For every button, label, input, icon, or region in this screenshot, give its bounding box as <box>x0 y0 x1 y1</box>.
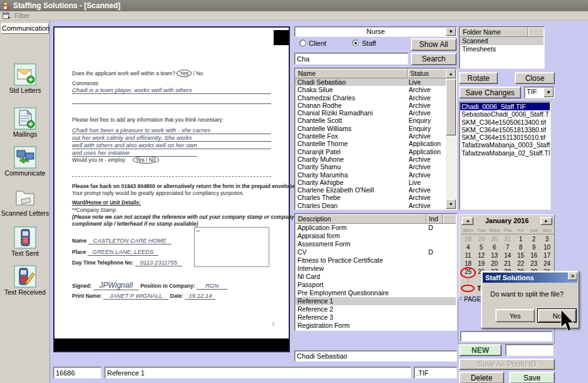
calendar-date[interactable]: 30 <box>488 235 501 243</box>
file-row[interactable]: TafadzwaMabanja_02_Staff.TIF <box>460 149 550 157</box>
chevron-down-icon[interactable]: ▼ <box>544 88 554 97</box>
calendar-date[interactable]: 19 <box>475 260 488 268</box>
menu-filter[interactable]: Filter <box>14 12 29 19</box>
calendar-date[interactable]: 17 <box>540 251 554 260</box>
close-button[interactable]: Close <box>515 72 555 84</box>
category-combobox[interactable]: Nurse ▼ <box>294 26 457 37</box>
sidebar-item-text-sent[interactable]: Text Sent <box>0 226 50 257</box>
staff-row[interactable]: Chaka Silue Archive <box>296 86 446 93</box>
search-input[interactable] <box>294 53 408 65</box>
selected-staff-field[interactable]: Chadi Sebastiao <box>294 350 457 362</box>
staff-radio[interactable] <box>352 39 359 46</box>
page-field[interactable] <box>460 331 552 342</box>
col-header-status[interactable]: Status <box>408 69 446 78</box>
sidebar-item-mailings[interactable]: Mailings <box>0 107 50 138</box>
col-header-ind[interactable]: Ind <box>426 214 443 224</box>
folder-list[interactable]: Folder Name Scanned Timesheets <box>459 26 545 69</box>
file-list[interactable]: Chadi_0006_Staff.TIF SebastiaoChadi_0006… <box>459 102 551 210</box>
show-all-button[interactable]: Show All <box>411 38 456 51</box>
calendar-date[interactable]: 31 <box>501 235 514 243</box>
calendar-date[interactable]: 1 <box>514 235 527 243</box>
description-list[interactable]: Description Ind Application Form D Appra… <box>294 213 457 331</box>
staff-row[interactable]: Chamedzai Charles Archive <box>296 94 446 102</box>
staff-row[interactable]: Chantelle Scott Enquiry <box>296 117 446 124</box>
page-number-field[interactable] <box>505 344 554 356</box>
folder-row[interactable]: Timesheets <box>460 45 544 53</box>
description-row[interactable]: Appraisal form <box>296 232 456 240</box>
save-changes-button[interactable]: Save Changes <box>459 87 521 98</box>
file-row[interactable]: Chadi_0006_Staff.TIF <box>460 103 550 110</box>
calendar-date[interactable]: 10 <box>540 243 554 251</box>
doc-type-field[interactable] <box>105 367 411 379</box>
record-id-field[interactable] <box>53 367 101 379</box>
file-row[interactable]: SKM_C364e15113015010.tif <box>460 134 550 141</box>
calendar-date[interactable]: 15 <box>514 251 527 260</box>
calendar-date[interactable]: 1 <box>462 276 475 284</box>
file-row[interactable]: TafadzwaMabanja_0003_Staff.TIF <box>460 141 550 149</box>
calendar-date[interactable]: 25 <box>462 268 475 276</box>
tab-communication[interactable]: Communication <box>1 23 49 34</box>
staff-row[interactable]: Chantelle Williams Enquiry <box>296 125 446 132</box>
calendar-date[interactable]: 12 <box>475 251 488 260</box>
description-row[interactable]: Fitness to Practice Certificate <box>296 256 456 265</box>
calendar-next-icon[interactable]: ► <box>540 217 552 225</box>
calendar-date[interactable]: 14 <box>501 251 514 260</box>
save-button[interactable]: Save <box>509 372 555 383</box>
description-row[interactable]: Passport <box>296 281 456 289</box>
staff-row[interactable]: Charity Muhone Archive <box>296 155 446 163</box>
staff-row[interactable]: Charity Marumha Archive <box>296 171 446 179</box>
calendar-date[interactable]: 29 <box>475 235 488 243</box>
file-row[interactable]: SebastiaoChadi_0006_Staff.TIF <box>460 110 550 118</box>
staff-row[interactable]: Charity Akhigbe Live <box>296 179 446 186</box>
chevron-down-icon[interactable]: ▼ <box>446 28 456 36</box>
description-row[interactable]: CV D <box>296 248 456 256</box>
staff-row[interactable]: Charlene Elizabeth O'Neill Archive <box>296 186 446 194</box>
col-header-name[interactable]: Name <box>296 69 408 78</box>
calendar-date[interactable]: 20 <box>488 260 501 268</box>
staff-row[interactable]: Chadi Sebastiao Live <box>296 78 446 86</box>
delete-button[interactable]: Delete <box>459 372 504 383</box>
calendar-date[interactable]: 23 <box>527 260 540 268</box>
sidebar-item-std-letters[interactable]: Std Letters <box>0 63 50 94</box>
col-header-description[interactable]: Description <box>296 214 426 224</box>
description-row[interactable]: Registration Form <box>296 322 456 330</box>
staff-row[interactable]: Charity Shamu Archive <box>296 163 446 171</box>
extension-field[interactable] <box>414 367 457 379</box>
calendar-date[interactable]: 22 <box>514 260 527 268</box>
staff-row[interactable]: Chanial Riziki Ramadhani Archive <box>296 109 446 117</box>
calendar-date[interactable]: 6 <box>488 243 501 251</box>
dialog-title-bar[interactable]: Staff Solutions <box>483 273 577 283</box>
staff-row[interactable]: Charles Dean Archive <box>296 202 446 209</box>
title-bar[interactable]: Staffing Solutions - [Scanned] <box>0 0 588 11</box>
file-row[interactable]: SKM_C364e15050613400.tif <box>460 118 550 126</box>
scanned-document-viewer[interactable]: Does the applicant work well within a te… <box>53 26 290 352</box>
sidebar-item-communicate[interactable]: Communicate <box>0 146 50 177</box>
description-row[interactable]: Pre Employment Questionnaire <box>296 289 456 297</box>
calendar-date[interactable]: 8 <box>514 243 527 251</box>
calendar-date[interactable]: 9 <box>527 243 540 251</box>
staff-row[interactable]: Charles Thebe Archive <box>296 194 446 201</box>
search-button[interactable]: Search <box>411 53 456 65</box>
description-row[interactable]: Reference 2 <box>296 305 456 313</box>
description-row[interactable]: Reference 1 <box>296 297 456 305</box>
file-row[interactable]: SKM_C364e15051813380.tif <box>460 126 550 134</box>
staff-list-scrollbar[interactable]: ▲ ▼ <box>446 69 456 209</box>
scroll-up-icon[interactable]: ▲ <box>446 69 456 78</box>
description-row[interactable]: Application Form D <box>296 224 456 232</box>
staff-row[interactable]: Chanan Rodhe Archive <box>296 102 446 109</box>
description-row[interactable]: NI Card <box>296 273 456 281</box>
scrollbar-thumb[interactable] <box>446 79 456 135</box>
new-button[interactable]: NEW <box>459 344 502 356</box>
calendar-date[interactable]: 3 <box>540 235 554 243</box>
calendar-date[interactable]: 24 <box>540 260 554 268</box>
format-combobox[interactable]: TIF ▼ <box>524 87 555 98</box>
close-icon[interactable]: ✕ <box>568 273 577 280</box>
staff-row[interactable]: Chantelle Fox Archive <box>296 132 446 140</box>
calendar-date[interactable]: 5 <box>475 243 488 251</box>
calendar-date[interactable]: 11 <box>462 251 475 260</box>
sidebar-item-text-received[interactable]: Text Received <box>0 265 50 296</box>
client-radio[interactable] <box>299 39 306 46</box>
calendar-date[interactable]: 13 <box>488 251 501 260</box>
calendar-date[interactable]: 16 <box>527 251 540 260</box>
staff-row[interactable]: Chantelle Thorne Application <box>296 140 446 147</box>
